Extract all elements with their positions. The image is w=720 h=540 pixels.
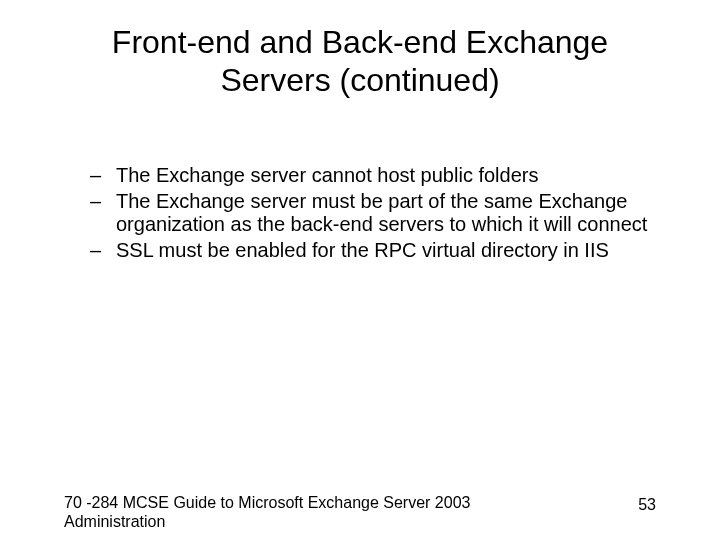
page-number: 53 (638, 496, 656, 514)
bullet-list: The Exchange server cannot host public f… (90, 164, 650, 264)
slide-title: Front-end and Back-end Exchange Servers … (78, 24, 642, 100)
list-item: SSL must be enabled for the RPC virtual … (90, 239, 650, 263)
list-item: The Exchange server must be part of the … (90, 190, 650, 237)
footer-text: 70 -284 MCSE Guide to Microsoft Exchange… (64, 494, 494, 532)
list-item: The Exchange server cannot host public f… (90, 164, 650, 188)
slide: Front-end and Back-end Exchange Servers … (0, 0, 720, 540)
